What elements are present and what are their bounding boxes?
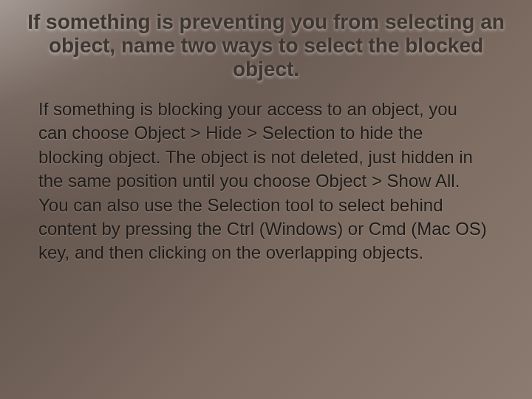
slide-body-text: If something is blocking your access to … — [38, 98, 488, 265]
slide-title: If something is preventing you from sele… — [24, 10, 508, 82]
slide: If something is preventing you from sele… — [0, 0, 532, 399]
